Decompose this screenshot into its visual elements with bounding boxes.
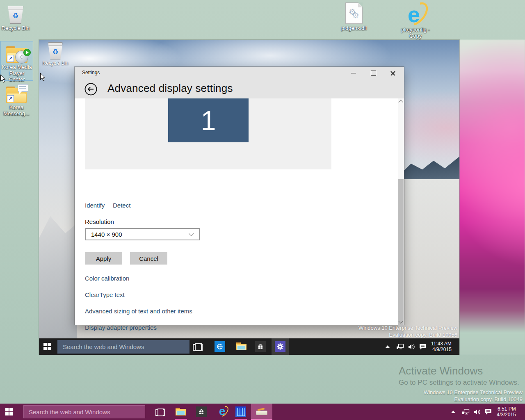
recycle-bin-icon: ♻ [41,42,70,59]
inner-clock[interactable]: 11:43 AM 4/9/2015 [431,341,452,352]
shortcut-arrow-icon: ↗ [7,55,14,62]
volume-icon[interactable] [474,409,481,415]
apply-button[interactable]: Apply [85,252,122,265]
gear-icon [276,343,284,350]
recycle-bin-icon: ♻ [0,2,32,24]
message-bubble-icon [18,84,28,92]
resolution-label: Resolution [85,218,114,225]
network-icon[interactable] [396,344,404,350]
korea-messenger-folder-icon: ↗ [0,82,32,103]
file-explorer-button[interactable] [236,342,247,350]
tray-chevron-icon[interactable] [451,411,455,413]
file-explorer-button[interactable] [176,408,186,415]
inner-cursor-icon [40,73,46,81]
icon-label: pidgenx.dll [338,25,370,31]
desktop-icon-pkeyconfig-copy[interactable]: e pkeyconfig - Copy [399,2,431,39]
window-title: Settings [82,70,100,75]
active-app-button[interactable] [251,404,272,420]
search-input[interactable] [58,343,189,351]
back-button[interactable] [84,83,97,96]
monitor-1-preview[interactable]: 1 [168,98,249,142]
server-rack-icon [237,408,245,416]
taskbar-search[interactable] [23,405,145,418]
task-view-button[interactable] [155,408,165,415]
store-button[interactable] [196,406,207,417]
page-title: Advanced display settings [107,82,233,95]
settings-content: 1 Identify Detect Resolution 1440 × 900 … [75,98,404,325]
rocky-slope [39,216,77,338]
settings-window: Settings Advanced display settings 1 Ide… [75,67,404,325]
flower-wallpaper [459,40,525,355]
inner-desktop-screenshot: ♻ Recycle Bin Settings Advanced display … [39,40,459,355]
desktop-icon-pidgenx-dll[interactable]: ⚙ pidgenx.dll [338,2,370,31]
maximize-button[interactable] [366,68,381,79]
detect-link[interactable]: Detect [113,202,130,209]
icon-label: Korea Messeng... [3,104,30,116]
network-icon[interactable] [462,409,470,415]
desktop-icon-recycle-bin[interactable]: ♻ Recycle Bin [0,2,32,31]
media-device-icon [256,409,267,415]
shortcut-arrow-icon: ↗ [7,95,14,102]
icon-label: Recycle Bin [0,25,32,31]
inner-taskbar: 11:43 AM 4/9/2015 [39,338,459,355]
gear-icon: ⚙ [349,8,356,16]
start-button[interactable] [5,408,13,415]
cancel-button[interactable]: Cancel [130,252,167,265]
search-input[interactable] [24,408,145,416]
color-calibration-link[interactable]: Color calibration [85,275,129,282]
settings-app-button[interactable] [275,341,285,352]
inner-system-tray: 11:43 AM 4/9/2015 [386,338,452,355]
store-bag-icon [257,343,264,350]
identify-link[interactable]: Identify [85,202,105,209]
monitor-number: 1 [201,107,216,134]
store-bag-icon [198,409,205,415]
action-center-icon[interactable] [485,409,492,415]
inner-watermark: Windows 10 Enterprise Technical Preview … [358,324,457,338]
folder-icon [236,342,247,350]
icon-label: pkeyconfig - Copy [399,27,431,39]
cleartype-text-link[interactable]: ClearType text [85,291,125,298]
globe-icon [217,343,223,350]
windows-logo-icon [43,343,51,350]
action-center-icon[interactable] [419,343,426,350]
dll-file-icon: ⚙ [338,2,370,24]
close-button[interactable] [386,68,400,79]
inner-desktop-icon-recycle-bin[interactable]: ♻ Recycle Bin [41,42,70,66]
resolution-dropdown[interactable]: 1440 × 900 [85,228,200,240]
display-preview-panel: 1 [85,98,331,169]
play-icon [23,49,31,56]
minimize-button[interactable] [346,68,361,79]
korea-media-folder-icon: ↗ [1,41,33,63]
chevron-down-icon [189,231,194,236]
task-view-button[interactable] [193,343,203,350]
advanced-sizing-link[interactable]: Advanced sizing of text and other items [85,308,192,315]
desktop-icon-korea-messenger[interactable]: ↗ Korea Messeng... [0,82,32,116]
internet-explorer-icon: e [399,2,431,25]
activate-windows-watermark: Activate Windows Go to PC settings to ac… [399,365,519,387]
edge-browser-button[interactable] [215,341,225,352]
close-icon [390,71,396,76]
folder-icon [176,408,186,415]
windows-logo-icon [5,408,13,415]
store-button[interactable] [255,341,266,352]
outer-watermark: Windows 10 Enterprise Technical Preview … [424,389,523,403]
scroll-up-icon[interactable] [398,100,403,104]
outer-desktop: ♻ Recycle Bin ↗ Korea Media Player Cente… [0,0,525,420]
scrollbar[interactable] [398,98,404,325]
internet-explorer-button[interactable]: e [217,405,229,418]
maximize-icon [371,71,376,76]
volume-icon[interactable] [408,344,415,350]
resolution-value: 1440 × 900 [86,231,122,238]
icon-label: Recycle Bin [41,60,70,66]
task-view-icon [193,343,203,350]
outer-clock[interactable]: 6:51 PM 4/3/2015 [497,406,516,418]
taskbar-search[interactable] [57,340,189,354]
task-view-icon [155,408,165,415]
blue-app-button[interactable] [235,406,246,417]
mountain-ridge [403,153,459,183]
start-button[interactable] [43,343,51,350]
display-adapter-properties-link[interactable]: Display adapter properties [85,324,157,331]
tray-chevron-icon[interactable] [386,345,390,348]
internet-explorer-icon: e [217,405,229,418]
outer-system-tray: 6:51 PM 4/3/2015 [451,404,516,420]
